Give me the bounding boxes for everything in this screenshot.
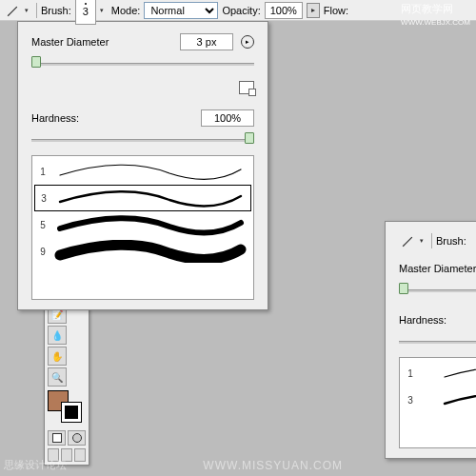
brush-label: Brush: — [41, 5, 71, 16]
watermark-top-url: WWW.WEBJX.COM — [401, 18, 470, 27]
hardness-input[interactable] — [201, 109, 254, 127]
brush-size-number: 5 — [38, 220, 48, 230]
brush-size-number: 1 — [406, 368, 415, 379]
brush-size-number: 3 — [406, 395, 415, 406]
diameter-slider-2[interactable] — [399, 283, 476, 296]
brush-icon — [6, 4, 19, 17]
quickmask-mode-button[interactable] — [68, 430, 86, 446]
brush-stroke-preview — [54, 187, 247, 209]
brush-row[interactable]: 9 — [34, 238, 251, 265]
tool-preset-arrow-icon-2[interactable]: ▾ — [420, 237, 427, 245]
brush-size-number: 9 — [38, 247, 48, 257]
hand-tool[interactable]: ✋ — [48, 347, 67, 366]
tool-palette: 📝 💧 ✋ 🔍 — [44, 301, 89, 466]
brush-stroke-list: 1359 — [31, 155, 254, 300]
brush-row[interactable]: 3 — [34, 185, 251, 211]
brush-icon — [401, 234, 414, 248]
panel-menu-button[interactable]: ▸ — [241, 35, 254, 49]
divider — [431, 233, 432, 248]
mode-select[interactable]: Normal — [144, 2, 218, 19]
mode-label: Mode: — [111, 5, 141, 16]
brush-size-number: 3 — [39, 193, 49, 204]
eyedropper-tool[interactable]: 💧 — [48, 326, 67, 345]
brush-label-2: Brush: — [436, 235, 466, 247]
tool-preset-arrow-icon[interactable]: ▾ — [25, 7, 32, 14]
opacity-label: Opacity: — [222, 5, 260, 16]
watermark-top-text: 网页教学网 — [401, 3, 453, 14]
brush-picker-panel: Master Diameter ▸ Hardness: 1359 — [17, 21, 268, 310]
brush-stroke-preview — [53, 240, 248, 263]
diameter-slider[interactable] — [31, 56, 254, 69]
diameter-slider-thumb[interactable] — [31, 56, 41, 68]
hardness-label: Hardness: — [31, 112, 79, 124]
hardness-slider-thumb[interactable] — [245, 132, 254, 144]
master-diameter-label: Master Diameter — [31, 36, 109, 48]
brush-stroke-preview — [421, 362, 476, 385]
zoom-tool[interactable]: 🔍 — [48, 367, 67, 387]
brush-size-number: 1 — [38, 167, 48, 177]
brush-preset-picker[interactable]: 3 — [75, 0, 96, 25]
brush-row[interactable]: 1 — [402, 360, 476, 387]
brush-stroke-preview — [53, 160, 248, 183]
brush-dot-icon — [85, 3, 87, 5]
flow-label: Flow: — [324, 5, 348, 16]
brush-picker-panel-secondary: ▾ Brush: Master Diameter Hardness: 13 — [385, 221, 476, 459]
opacity-input[interactable] — [265, 2, 303, 19]
watermark-left: 思缘设计论坛 — [4, 458, 67, 472]
brush-stroke-list-2: 13 — [399, 357, 476, 448]
hardness-slider[interactable] — [31, 132, 254, 146]
opacity-flyout-button[interactable] — [307, 3, 320, 18]
brush-row[interactable]: 1 — [34, 158, 251, 185]
brush-row[interactable]: 5 — [34, 211, 251, 238]
divider — [36, 3, 37, 18]
watermark-bottom: WWW.MISSYUAN.COM — [203, 459, 343, 472]
tool-preset-button[interactable] — [4, 2, 21, 19]
brush-size-value: 3 — [83, 7, 89, 17]
standard-mode-button[interactable] — [48, 430, 66, 446]
hardness-label-2: Hardness: — [399, 314, 446, 326]
brush-stroke-preview — [53, 213, 248, 236]
screen-mode-full[interactable] — [74, 448, 86, 462]
brush-row[interactable]: 3 — [402, 387, 476, 413]
background-color-swatch[interactable] — [61, 402, 82, 423]
brush-stroke-preview — [421, 388, 476, 411]
brush-picker-arrow-icon[interactable]: ▾ — [100, 7, 108, 14]
diameter-slider-thumb-2[interactable] — [399, 283, 408, 294]
master-diameter-label-2: Master Diameter — [399, 263, 476, 274]
hardness-slider-2[interactable] — [399, 334, 476, 347]
tool-preset-button-2[interactable] — [399, 232, 416, 249]
new-preset-button[interactable] — [239, 81, 254, 94]
master-diameter-input[interactable] — [180, 33, 233, 50]
